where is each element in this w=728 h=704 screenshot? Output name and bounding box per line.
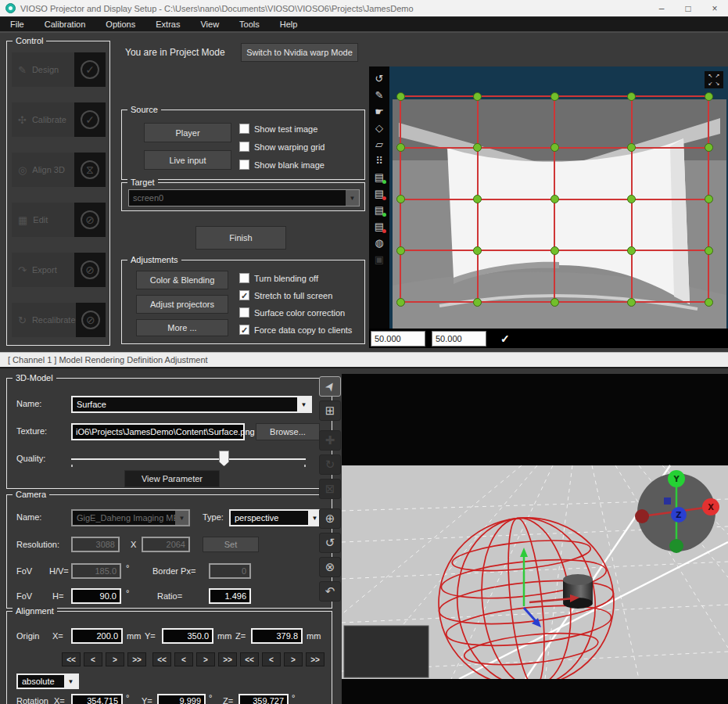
maximize-button[interactable]: □	[675, 0, 701, 16]
reset-camera-icon[interactable]: ↶	[319, 581, 341, 602]
undo-icon[interactable]: ↺	[371, 70, 388, 87]
chevron-down-icon[interactable]: ▼	[346, 190, 359, 206]
origin-x-step-left[interactable]: <	[84, 652, 102, 666]
show-warping-grid-row[interactable]: Show warping grid	[239, 142, 325, 152]
origin-y-input[interactable]: 350.0	[162, 628, 213, 644]
warp-control-point[interactable]	[473, 143, 482, 152]
pick-point-icon[interactable]: ✎	[371, 87, 388, 103]
warp-control-point[interactable]	[396, 195, 405, 203]
switch-warp-mode-button[interactable]: Switch to Nvidia warp Mode	[241, 43, 358, 62]
show-test-image-row[interactable]: Show test image	[239, 124, 317, 134]
show-test-image-checkbox[interactable]	[239, 124, 249, 134]
player-button[interactable]: Player	[144, 123, 231, 142]
warp-control-point[interactable]	[550, 246, 559, 255]
quality-slider-handle[interactable]	[219, 451, 229, 466]
origin-y-step-fast-right[interactable]: >>	[218, 652, 237, 666]
confirm-check-icon[interactable]: ✓	[500, 332, 510, 345]
show-warping-grid-checkbox[interactable]	[239, 142, 249, 152]
quad-view-icon[interactable]: ⊞	[319, 400, 341, 421]
menu-tools[interactable]: Tools	[229, 17, 270, 31]
ratio-input[interactable]: 1.496	[209, 588, 251, 604]
design-button[interactable]: ✎Design ✓	[12, 52, 106, 87]
surface-color-correction-row[interactable]: Surface color correction	[239, 307, 345, 318]
adjust-projectors-button[interactable]: Adjust projectors	[136, 295, 228, 314]
display-3-icon[interactable]: ▤	[371, 202, 388, 218]
warp-control-point[interactable]	[705, 246, 713, 255]
menu-view[interactable]: View	[190, 17, 229, 31]
orbit-camera-icon[interactable]: ↺	[319, 533, 341, 553]
show-blank-image-row[interactable]: Show blank image	[239, 160, 325, 170]
menu-calibration[interactable]: Calibration	[34, 17, 96, 31]
warp-control-point[interactable]	[396, 246, 405, 255]
warp-control-point[interactable]	[627, 143, 636, 152]
select-tool-icon[interactable]: ➤	[319, 376, 341, 397]
view-parameter-button[interactable]: View Parameter	[124, 470, 220, 487]
quality-slider-track[interactable]	[71, 458, 306, 460]
origin-z-step-left[interactable]: <	[262, 652, 281, 666]
set-button[interactable]: Set	[203, 537, 259, 552]
recalibrate-button[interactable]: ↻Recalibrate ⊘	[12, 303, 106, 337]
warp-control-point[interactable]	[396, 92, 405, 101]
turn-blending-off-row[interactable]: Turn blending off	[239, 273, 318, 283]
alignment-mode-select[interactable]: absolute ▼	[16, 673, 79, 689]
warp-control-point[interactable]	[705, 92, 713, 101]
menu-help[interactable]: Help	[270, 17, 308, 31]
origin-z-step-fast-left[interactable]: <<	[240, 652, 259, 666]
coord-x-input[interactable]: 50.000	[371, 331, 425, 347]
warp-control-point[interactable]	[550, 195, 559, 203]
warp-control-point[interactable]	[473, 92, 482, 101]
turn-blending-off-checkbox[interactable]	[239, 273, 249, 283]
stretch-full-screen-row[interactable]: ✓ Stretch to full screen	[239, 290, 332, 300]
pan-hand-icon[interactable]: ☛	[371, 103, 388, 120]
origin-y-step-fast-left[interactable]: <<	[152, 652, 171, 666]
target-select[interactable]: screen0 ▼	[128, 189, 360, 207]
display-2-icon[interactable]: ▤	[371, 185, 388, 202]
coord-y-input[interactable]: 50.000	[432, 331, 486, 347]
warp-control-point[interactable]	[473, 298, 482, 307]
align-3d-button[interactable]: ◎Align 3D ⧖	[12, 153, 106, 187]
origin-z-input[interactable]: 379.8	[251, 628, 303, 644]
menu-extras[interactable]: Extras	[145, 17, 190, 31]
warp-control-point[interactable]	[473, 246, 482, 255]
warp-control-point[interactable]	[705, 143, 713, 152]
origin-y-step-right[interactable]: >	[196, 652, 215, 666]
chevron-down-icon[interactable]: ▼	[297, 397, 310, 411]
surface-color-correction-checkbox[interactable]	[239, 307, 249, 318]
grid-points-icon[interactable]: ⠿	[371, 153, 388, 169]
warp-control-point[interactable]	[627, 195, 636, 203]
chevron-down-icon[interactable]: ▼	[64, 675, 77, 688]
texture-path-input[interactable]: iO6\Projects\JamesDemo\Content\Surface.p…	[71, 423, 245, 440]
live-input-button[interactable]: Live input	[144, 150, 231, 170]
show-blank-image-checkbox[interactable]	[239, 160, 249, 170]
close-button[interactable]: ×	[701, 0, 728, 16]
model-name-select[interactable]: Surface ▼	[71, 396, 312, 413]
rotation-x-input[interactable]: 354.715	[71, 694, 123, 704]
warp-control-point[interactable]	[705, 298, 713, 307]
menu-file[interactable]: File	[0, 17, 34, 31]
camera-type-select[interactable]: perspective ▼	[229, 509, 323, 526]
warp-canvas[interactable]: ↖↗ ↙↘	[389, 66, 728, 329]
origin-x-step-fast-left[interactable]: <<	[62, 652, 81, 666]
warp-control-point[interactable]	[705, 195, 713, 203]
node-edit-icon[interactable]: ◇	[371, 120, 388, 136]
warp-control-point[interactable]	[473, 195, 482, 203]
origin-x-input[interactable]: 200.0	[71, 628, 123, 644]
menu-options[interactable]: Options	[95, 17, 145, 31]
calibrate-button[interactable]: ✣Calibrate ✓	[12, 102, 106, 137]
finish-button[interactable]: Finish	[195, 226, 286, 250]
rotation-z-input[interactable]: 359.727	[238, 694, 289, 704]
sphere-mapping-icon[interactable]: ◍	[371, 235, 388, 251]
warp-control-point[interactable]	[627, 298, 636, 307]
warp-control-point[interactable]	[396, 143, 405, 152]
force-data-copy-row[interactable]: ✓ Force data copy to clients	[239, 325, 352, 335]
fov-h-input[interactable]: 90.0	[71, 588, 121, 604]
rotation-y-input[interactable]: 9.999	[157, 694, 206, 704]
browse-button[interactable]: Browse...	[256, 423, 320, 440]
warp-control-point[interactable]	[550, 143, 559, 152]
force-data-copy-checkbox[interactable]: ✓	[239, 325, 249, 335]
model-3d-viewport[interactable]: Y X Z	[342, 374, 728, 704]
perspective-icon[interactable]: ▱	[371, 136, 388, 153]
export-button[interactable]: ↷Export ⊘	[12, 253, 106, 287]
pan-camera-icon[interactable]: ⊕	[319, 508, 341, 529]
warp-control-point[interactable]	[550, 298, 559, 307]
